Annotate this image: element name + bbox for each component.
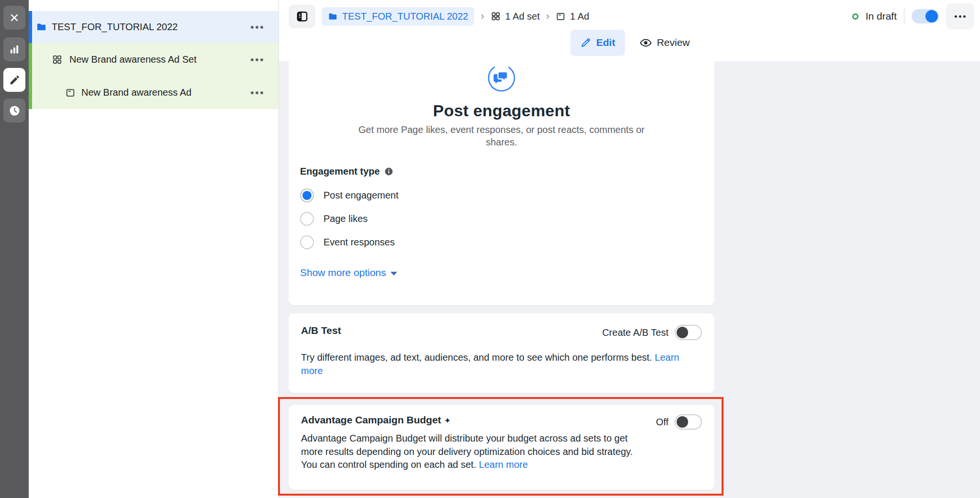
- objective-title: Post engagement: [289, 101, 714, 120]
- campaign-more-options-button[interactable]: [251, 26, 263, 29]
- more-menu-button[interactable]: [946, 3, 974, 29]
- radio-page-likes[interactable]: Page likes: [300, 207, 714, 231]
- budget-toggle[interactable]: [675, 414, 702, 430]
- ab-test-card: A/B Test Create A/B Test Try different i…: [289, 313, 714, 393]
- adset-grid-icon: [490, 11, 501, 22]
- breadcrumb-ad[interactable]: 1 Ad: [556, 11, 589, 22]
- objective-card: Post engagement Get more Page likes, eve…: [289, 58, 714, 305]
- side-panel-icon: [296, 10, 309, 23]
- breadcrumb-campaign-label: TEST_FOR_TUTORIAL 2022: [342, 11, 468, 22]
- engagement-type-section: Engagement type Post engagement Page l: [289, 166, 714, 278]
- breadcrumb-adset-label: 1 Ad set: [505, 11, 540, 22]
- breadcrumb-ad-label: 1 Ad: [570, 11, 589, 22]
- radio-unselected-icon: [300, 235, 314, 249]
- collapse-panel-button[interactable]: [289, 5, 315, 28]
- ad-frame-icon: [556, 11, 566, 22]
- clock-icon: [8, 104, 21, 117]
- budget-toggle-state: Off: [656, 417, 668, 428]
- campaign-name: TEST_FOR_TUTORIAL 2022: [52, 22, 178, 33]
- adset-row[interactable]: New Brand awareness Ad Set: [29, 43, 278, 76]
- tab-review[interactable]: Review: [639, 36, 690, 49]
- engagement-options: Post engagement Page likes Event respons…: [300, 184, 714, 254]
- campaign-budget-card: Advantage Campaign Budget✦ Off Advantage…: [289, 405, 714, 490]
- eye-icon: [639, 36, 652, 49]
- budget-description: Advantage Campaign Budget will distribut…: [301, 432, 642, 472]
- top-bar: TEST_FOR_TUTORIAL 2022 › 1 Ad set › 1 Ad…: [279, 0, 980, 61]
- close-icon: [8, 11, 21, 24]
- sparkle-icon: ✦: [444, 416, 451, 425]
- budget-learn-more-link[interactable]: Learn more: [479, 459, 528, 470]
- breadcrumb-campaign[interactable]: TEST_FOR_TUTORIAL 2022: [322, 7, 474, 26]
- draft-status-icon: [852, 13, 858, 20]
- ad-row[interactable]: New Brand awareness Ad: [29, 76, 278, 109]
- status-cluster: In draft: [852, 2, 974, 31]
- folder-icon: [36, 22, 47, 33]
- close-button[interactable]: [3, 6, 25, 30]
- breadcrumb: TEST_FOR_TUTORIAL 2022 › 1 Ad set › 1 Ad: [289, 4, 589, 28]
- objective-subtitle: Get more Page likes, event responses, or…: [347, 123, 656, 148]
- adset-grid-icon: [52, 54, 63, 65]
- ab-test-title: A/B Test: [301, 325, 341, 336]
- campaign-active-toggle[interactable]: [912, 9, 939, 23]
- divider: [904, 8, 904, 25]
- adset-more-options-button[interactable]: [251, 58, 263, 61]
- chevron-right-icon: ›: [546, 10, 549, 22]
- tab-edit[interactable]: Edit: [570, 30, 625, 56]
- tool-rail: [0, 0, 29, 498]
- status-badge: In draft: [866, 11, 897, 22]
- ad-name: New Brand awareness Ad: [81, 87, 191, 98]
- objective-hero: Post engagement Get more Page likes, eve…: [289, 58, 714, 148]
- radio-post-engagement[interactable]: Post engagement: [300, 184, 714, 207]
- history-button[interactable]: [3, 99, 25, 122]
- folder-icon: [328, 11, 338, 22]
- chevron-right-icon: ›: [480, 10, 484, 22]
- budget-title: Advantage Campaign Budget✦: [301, 414, 451, 426]
- info-icon[interactable]: [384, 167, 393, 176]
- breadcrumb-adset[interactable]: 1 Ad set: [490, 11, 540, 22]
- post-engagement-icon: [486, 62, 517, 93]
- tab-edit-label: Edit: [596, 37, 615, 48]
- pencil-icon: [580, 37, 591, 48]
- campaign-tree-panel: TEST_FOR_TUTORIAL 2022 New Brand awarene…: [29, 0, 279, 498]
- radio-selected-icon: [300, 188, 314, 202]
- radio-event-responses[interactable]: Event responses: [300, 231, 714, 254]
- pencil-icon: [9, 74, 21, 86]
- caret-down-icon: [390, 272, 397, 276]
- ad-more-options-button[interactable]: [251, 91, 263, 94]
- bar-chart-icon: [8, 43, 21, 55]
- ab-test-toggle-label: Create A/B Test: [602, 327, 668, 338]
- ads-manager-screen: TEST_FOR_TUTORIAL 2022 New Brand awarene…: [0, 0, 980, 498]
- ab-test-description: Try different images, ad text, audiences…: [301, 351, 694, 377]
- ad-frame-icon: [65, 88, 76, 98]
- radio-unselected-icon: [300, 212, 314, 226]
- main-content: Post engagement Get more Page likes, eve…: [279, 61, 980, 498]
- view-tabs: Edit Review: [570, 29, 690, 56]
- campaign-children: New Brand awareness Ad Set New Brand awa…: [29, 43, 278, 109]
- adset-name: New Brand awareness Ad Set: [69, 54, 197, 65]
- ab-test-toggle[interactable]: [675, 325, 702, 340]
- show-more-options-link[interactable]: Show more options: [300, 267, 397, 278]
- edit-mode-button[interactable]: [3, 68, 25, 92]
- campaign-row[interactable]: TEST_FOR_TUTORIAL 2022: [29, 11, 278, 43]
- engagement-type-label: Engagement type: [300, 166, 380, 177]
- tab-review-label: Review: [657, 37, 690, 48]
- insights-button[interactable]: [3, 37, 25, 61]
